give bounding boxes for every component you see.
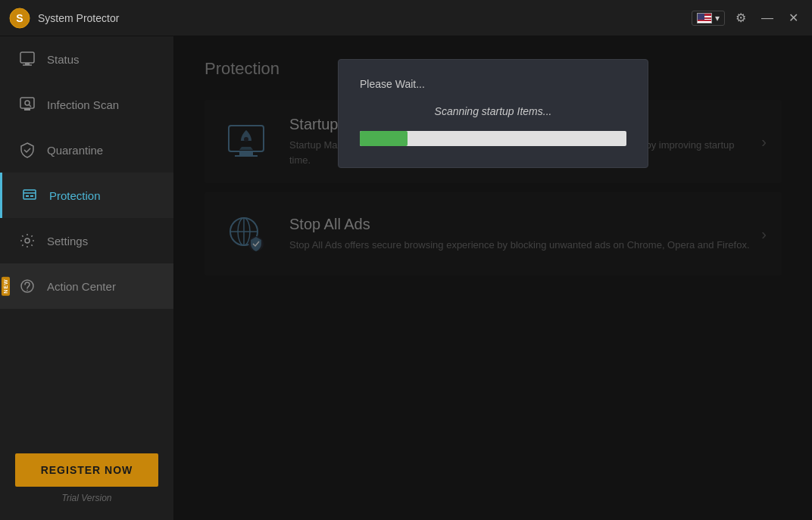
- sidebar-item-settings[interactable]: Settings: [0, 218, 173, 263]
- main-content: Protection Startup Manager Startup Manag…: [174, 36, 812, 520]
- app-body: Status Infection Scan: [0, 36, 812, 520]
- svg-point-6: [25, 101, 30, 105]
- svg-point-13: [25, 238, 30, 243]
- app-title: System Protector: [38, 12, 692, 24]
- svg-rect-11: [26, 195, 29, 197]
- action-center-icon: [18, 277, 36, 295]
- svg-rect-5: [20, 98, 34, 108]
- sidebar-item-label-action-center: Action Center: [47, 280, 116, 293]
- sidebar: Status Infection Scan: [0, 36, 174, 520]
- settings-nav-icon: [18, 232, 36, 250]
- sidebar-item-label-infection-scan: Infection Scan: [47, 98, 119, 111]
- svg-rect-9: [23, 190, 36, 199]
- app-logo: S: [9, 8, 30, 29]
- sidebar-item-action-center[interactable]: NEW Action Center: [0, 263, 173, 309]
- settings-button[interactable]: ⚙: [731, 9, 751, 26]
- svg-rect-12: [30, 195, 33, 197]
- please-wait-modal: Please Wait... Scanning startup Items...: [338, 59, 648, 168]
- new-badge: NEW: [2, 276, 10, 295]
- register-section: REGISTER NOW Trial Version: [0, 438, 173, 520]
- svg-rect-8: [24, 108, 30, 111]
- language-button[interactable]: ▾: [692, 11, 725, 26]
- trial-version-label: Trial Version: [15, 487, 158, 512]
- sidebar-item-status[interactable]: Status: [0, 36, 173, 82]
- infection-scan-icon: [18, 95, 36, 114]
- protection-icon: [20, 186, 39, 204]
- modal-overlay: Please Wait... Scanning startup Items...: [174, 36, 812, 520]
- title-bar: S System Protector ▾ ⚙ — ✕: [0, 0, 812, 36]
- sidebar-item-label-protection: Protection: [49, 189, 101, 202]
- svg-line-7: [30, 105, 32, 107]
- close-button[interactable]: ✕: [784, 9, 803, 26]
- status-icon: [18, 50, 36, 68]
- progress-bar-fill: [360, 131, 408, 146]
- sidebar-item-protection[interactable]: Protection: [0, 173, 173, 218]
- sidebar-item-label-status: Status: [47, 53, 80, 66]
- register-now-button[interactable]: REGISTER NOW: [15, 453, 158, 487]
- flag-icon: [697, 13, 712, 23]
- svg-point-15: [27, 290, 28, 291]
- sidebar-item-label-settings: Settings: [47, 235, 88, 248]
- dropdown-arrow: ▾: [715, 13, 720, 23]
- modal-title: Please Wait...: [360, 78, 626, 90]
- sidebar-item-label-quarantine: Quarantine: [47, 144, 103, 157]
- sidebar-nav: Status Infection Scan: [0, 36, 173, 438]
- modal-scanning-text: Scanning startup Items...: [360, 105, 626, 117]
- svg-text:S: S: [16, 12, 23, 24]
- quarantine-icon: [18, 141, 36, 159]
- svg-rect-2: [20, 52, 34, 63]
- sidebar-item-infection-scan[interactable]: Infection Scan: [0, 82, 173, 127]
- minimize-button[interactable]: —: [757, 10, 778, 26]
- sidebar-item-quarantine[interactable]: Quarantine: [0, 127, 173, 173]
- window-controls: ▾ ⚙ — ✕: [692, 9, 803, 26]
- progress-bar-background: [360, 131, 626, 146]
